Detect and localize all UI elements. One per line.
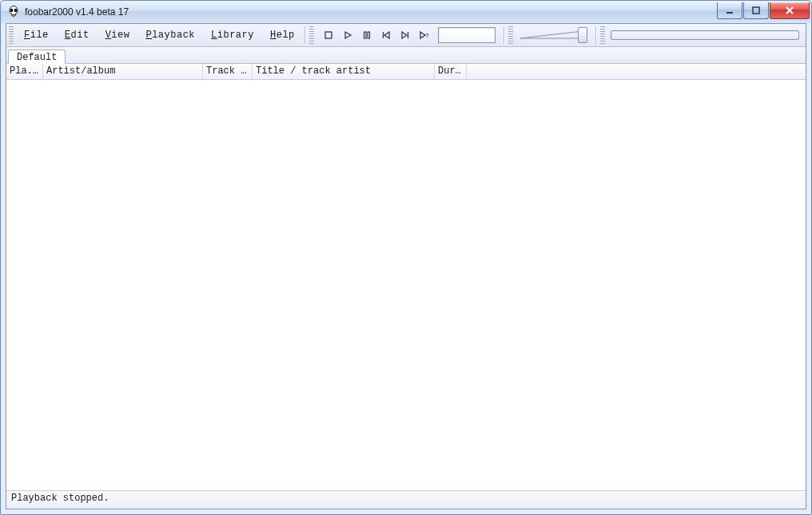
pause-button[interactable]: [358, 26, 376, 44]
statusbar-text: Playback stopped.: [11, 493, 109, 504]
menu-file-label: ile: [30, 30, 49, 41]
menu-file[interactable]: File: [16, 26, 57, 44]
window-title: foobar2000 v1.4 beta 17: [25, 6, 129, 18]
seek-track[interactable]: [611, 30, 799, 40]
svg-point-1: [10, 9, 14, 12]
toolbar-separator: [595, 26, 596, 44]
svg-marker-13: [402, 32, 407, 38]
column-header-artist[interactable]: Artist/album: [43, 64, 203, 79]
play-button[interactable]: [339, 26, 356, 44]
toolbar-grip[interactable]: [508, 26, 513, 44]
column-headers: Pla... Artist/album Track no Title / tra…: [6, 64, 806, 80]
svg-rect-3: [726, 12, 733, 14]
svg-rect-9: [364, 32, 366, 38]
menu-library[interactable]: Library: [203, 26, 262, 44]
svg-rect-7: [325, 32, 332, 38]
volume-ramp-icon: [520, 31, 583, 39]
svg-line-6: [786, 7, 793, 14]
playback-order-display[interactable]: [438, 27, 496, 43]
stop-icon: [324, 30, 333, 40]
toolbar-grip[interactable]: [309, 26, 314, 44]
window-controls: [717, 2, 810, 19]
svg-point-2: [14, 9, 18, 12]
minimize-button[interactable]: [717, 2, 742, 19]
pause-icon: [362, 30, 372, 40]
previous-icon: [381, 30, 391, 40]
svg-rect-4: [753, 7, 759, 14]
menu-library-label: ibrary: [217, 30, 254, 41]
menu-playback-label: layback: [152, 30, 195, 41]
svg-line-5: [786, 7, 793, 14]
playlist-body[interactable]: [6, 80, 806, 490]
menu-help[interactable]: Help: [262, 26, 303, 44]
playlist-tab-strip[interactable]: Default: [6, 47, 806, 64]
menu-edit-label: dit: [71, 30, 90, 41]
svg-text:?: ?: [425, 32, 429, 39]
app-window: foobar2000 v1.4 beta 17 File: [0, 0, 812, 515]
svg-marker-8: [345, 32, 351, 38]
app-icon: [7, 6, 20, 18]
menu-view-label: iew: [111, 30, 129, 41]
menu-playback[interactable]: Playback: [137, 26, 203, 44]
column-header-trackno[interactable]: Track no: [203, 64, 253, 79]
column-header-filler[interactable]: [467, 64, 806, 79]
next-icon: [400, 30, 410, 40]
close-icon: [784, 6, 795, 15]
toolbar-grip[interactable]: [9, 26, 14, 44]
maximize-icon: [751, 6, 761, 15]
statusbar: Playback stopped.: [6, 490, 806, 509]
maximize-button[interactable]: [743, 2, 769, 19]
toolbar-row: File Edit View Playback Library Help: [6, 24, 806, 47]
toolbar-separator: [504, 26, 504, 44]
toolbar-grip[interactable]: [600, 26, 605, 44]
previous-button[interactable]: [377, 26, 395, 44]
menu-help-label: elp: [277, 30, 295, 41]
minimize-icon: [725, 6, 734, 15]
svg-rect-10: [368, 32, 370, 38]
play-icon: [343, 30, 352, 40]
seek-bar[interactable]: [607, 24, 806, 46]
close-button[interactable]: [770, 2, 810, 19]
stop-button[interactable]: [320, 26, 337, 44]
menubar: File Edit View Playback Library Help: [16, 24, 303, 46]
next-button[interactable]: [396, 26, 414, 44]
svg-marker-12: [384, 32, 389, 38]
random-icon: ?: [419, 30, 430, 40]
random-button[interactable]: ?: [416, 26, 433, 44]
playback-controls: ?: [316, 24, 502, 46]
column-header-playing[interactable]: Pla...: [6, 64, 43, 79]
svg-marker-17: [520, 31, 583, 38]
volume-thumb[interactable]: [578, 27, 587, 43]
client-area: File Edit View Playback Library Help: [6, 23, 806, 509]
menu-edit[interactable]: Edit: [57, 26, 98, 44]
volume-slider[interactable]: [515, 24, 594, 46]
column-header-title[interactable]: Title / track artist: [253, 64, 435, 79]
titlebar[interactable]: foobar2000 v1.4 beta 17: [1, 1, 811, 23]
menu-view[interactable]: View: [98, 26, 138, 44]
toolbar-separator: [304, 26, 305, 44]
column-header-duration[interactable]: Dur...: [435, 64, 467, 79]
playlist-tab-default[interactable]: Default: [8, 50, 66, 64]
